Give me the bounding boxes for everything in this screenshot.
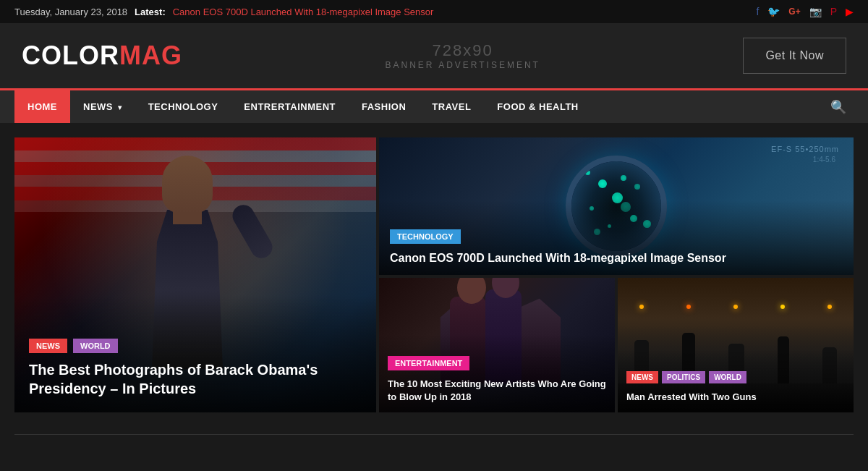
world-overlay: NEWS POLITICS WORLD Man Arrested With Tw… bbox=[618, 349, 854, 412]
latest-label: Latest: bbox=[135, 7, 166, 17]
main-article-overlay: NEWS WORLD The Best Photographs of Barac… bbox=[14, 295, 376, 412]
world-article[interactable]: NEWS POLITICS WORLD Man Arrested With Tw… bbox=[618, 278, 854, 412]
nav-item-food-health[interactable]: FOOD & HEALTH bbox=[484, 90, 591, 123]
bottom-divider bbox=[14, 434, 854, 435]
top-bar-left: Tuesday, January 23, 2018 Latest: Canon … bbox=[14, 7, 433, 17]
instagram-icon[interactable]: 📷 bbox=[809, 6, 822, 17]
top-bar: Tuesday, January 23, 2018 Latest: Canon … bbox=[0, 0, 868, 23]
world-tags: NEWS POLITICS WORLD bbox=[626, 371, 845, 383]
logo-mag-text: MAG bbox=[119, 41, 182, 70]
nav-item-fashion[interactable]: FASHION bbox=[349, 90, 419, 123]
entertainment-article[interactable]: ENTERTAINMENT The 10 Most Exciting New A… bbox=[379, 278, 615, 412]
facebook-icon[interactable]: f bbox=[756, 6, 759, 17]
nav-item-technology[interactable]: TECHNOLOGY bbox=[135, 90, 231, 123]
main-article[interactable]: NEWS WORLD The Best Photographs of Barac… bbox=[14, 137, 376, 412]
main-article-tags: NEWS WORLD bbox=[29, 339, 362, 353]
googleplus-icon[interactable]: G+ bbox=[788, 7, 800, 17]
search-icon[interactable]: 🔍 bbox=[823, 92, 854, 122]
nav-item-entertainment[interactable]: ENTRERTAINMENT bbox=[231, 90, 349, 123]
pinterest-icon[interactable]: P bbox=[830, 6, 837, 17]
nav-items: HOME NEWS ▾ TECHNOLOGY ENTRERTAINMENT FA… bbox=[14, 90, 592, 123]
tag-technology[interactable]: TECHNOLOGY bbox=[390, 229, 461, 244]
bottom-articles: ENTERTAINMENT The 10 Most Exciting New A… bbox=[379, 278, 854, 412]
tag-news[interactable]: NEWS bbox=[29, 339, 67, 353]
tag-entertainment[interactable]: ENTERTAINMENT bbox=[388, 356, 469, 370]
twitter-icon[interactable]: 🐦 bbox=[767, 6, 780, 17]
news-dropdown-arrow: ▾ bbox=[118, 103, 122, 111]
logo-color-text: COLOR bbox=[22, 41, 119, 70]
entertainment-overlay: ENTERTAINMENT The 10 Most Exciting New A… bbox=[379, 334, 615, 412]
nav-bar: HOME NEWS ▾ TECHNOLOGY ENTRERTAINMENT FA… bbox=[0, 88, 868, 123]
logo[interactable]: COLORMAG bbox=[22, 41, 182, 71]
top-right-tags: TECHNOLOGY bbox=[390, 229, 843, 244]
nav-item-home[interactable]: HOME bbox=[14, 90, 70, 123]
entertainment-tags: ENTERTAINMENT bbox=[388, 356, 606, 370]
world-title: Man Arrested With Two Guns bbox=[626, 391, 845, 404]
top-right-title: Canon EOS 700D Launched With 18-megapixe… bbox=[390, 251, 843, 266]
tag-politics[interactable]: POLITICS bbox=[662, 371, 705, 383]
entertainment-title: The 10 Most Exciting New Artists Who Are… bbox=[388, 378, 606, 404]
tag-news-2[interactable]: NEWS bbox=[626, 371, 658, 383]
lights bbox=[618, 305, 854, 309]
tag-world[interactable]: WORLD bbox=[73, 339, 118, 353]
top-right-article[interactable]: EF-S 55•250mm 1:4-5.6 TECHNOLOGY Canon E… bbox=[379, 137, 854, 275]
tag-world-2[interactable]: WORLD bbox=[709, 371, 746, 383]
right-column: EF-S 55•250mm 1:4-5.6 TECHNOLOGY Canon E… bbox=[379, 137, 854, 412]
header: COLORMAG 728x90 BANNER ADVERTISEMENT Get… bbox=[0, 23, 868, 88]
youtube-icon[interactable]: ▶ bbox=[846, 6, 854, 17]
banner-advertisement: 728x90 BANNER ADVERTISEMENT bbox=[385, 41, 540, 70]
nav-item-news[interactable]: NEWS ▾ bbox=[70, 90, 135, 123]
main-article-title: The Best Photographs of Barack Obama's P… bbox=[29, 360, 362, 398]
get-it-now-button[interactable]: Get It Now bbox=[743, 38, 846, 74]
social-icons: f 🐦 G+ 📷 P ▶ bbox=[756, 6, 854, 17]
nav-item-travel[interactable]: TRAVEL bbox=[419, 90, 484, 123]
top-right-overlay: TECHNOLOGY Canon EOS 700D Launched With … bbox=[379, 200, 854, 275]
date-label: Tuesday, January 23, 2018 bbox=[14, 7, 127, 17]
content-area: NEWS WORLD The Best Photographs of Barac… bbox=[0, 123, 868, 427]
latest-news[interactable]: Canon EOS 700D Launched With 18-megapixe… bbox=[173, 7, 434, 17]
